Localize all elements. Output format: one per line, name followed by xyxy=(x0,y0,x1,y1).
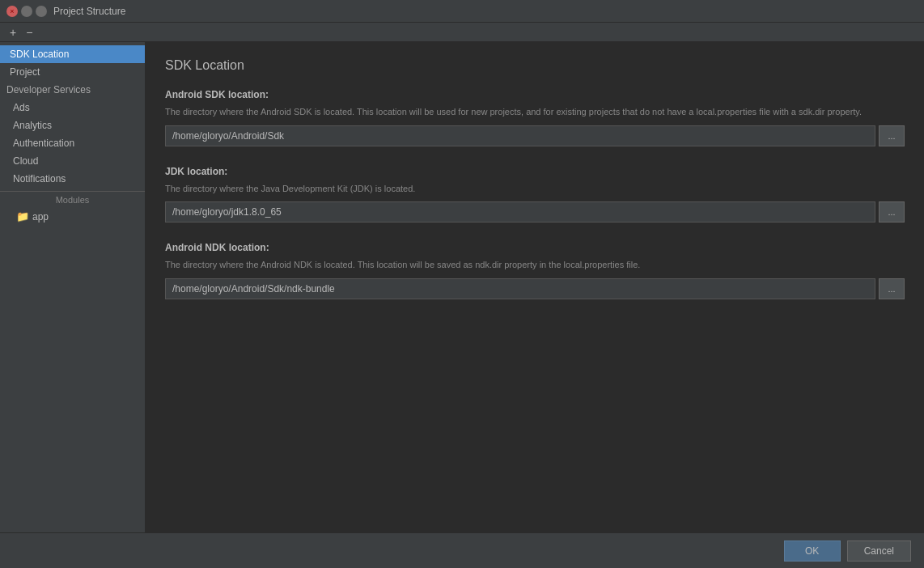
sidebar-item-analytics[interactable]: Analytics xyxy=(0,117,145,134)
bottom-bar: OK Cancel xyxy=(0,532,924,568)
android-ndk-title: Android NDK location: xyxy=(165,242,905,253)
title-bar: × Project Structure xyxy=(0,0,924,23)
jdk-path-input[interactable] xyxy=(165,201,875,223)
sidebar-item-developer-services[interactable]: Developer Services xyxy=(0,81,145,99)
remove-button[interactable]: − xyxy=(23,27,36,38)
content-title: SDK Location xyxy=(165,58,905,73)
ok-button[interactable]: OK xyxy=(784,540,841,562)
jdk-description: The directory where the Java Development… xyxy=(165,182,905,196)
android-sdk-input-row: ... xyxy=(165,125,905,146)
android-ndk-browse-button[interactable]: ... xyxy=(879,278,905,299)
android-sdk-path-input[interactable] xyxy=(165,125,875,146)
maximize-button[interactable] xyxy=(36,6,47,17)
android-ndk-description: The directory where the Android NDK is l… xyxy=(165,258,905,272)
sidebar-item-app[interactable]: 📁 app xyxy=(0,208,145,225)
main-content: SDK Location Project Developer Services … xyxy=(0,42,924,532)
content-panel: SDK Location Android SDK location: The d… xyxy=(146,42,924,532)
toolbar: + − xyxy=(0,23,924,42)
sidebar-item-authentication[interactable]: Authentication xyxy=(0,134,145,152)
folder-icon: 📁 xyxy=(16,210,29,223)
module-app-label: app xyxy=(32,211,49,223)
jdk-section: JDK location: The directory where the Ja… xyxy=(165,166,905,223)
sidebar-item-cloud[interactable]: Cloud xyxy=(0,152,145,170)
android-ndk-path-input[interactable] xyxy=(165,278,875,299)
android-ndk-section: Android NDK location: The directory wher… xyxy=(165,242,905,299)
jdk-browse-button[interactable]: ... xyxy=(879,201,905,223)
modules-label: Modules xyxy=(0,191,145,208)
android-sdk-section: Android SDK location: The directory wher… xyxy=(165,89,905,146)
cancel-button[interactable]: Cancel xyxy=(847,540,911,562)
add-button[interactable]: + xyxy=(6,27,19,38)
sidebar-item-project[interactable]: Project xyxy=(0,63,145,81)
android-sdk-description: The directory where the Android SDK is l… xyxy=(165,105,905,119)
jdk-title: JDK location: xyxy=(165,166,905,177)
jdk-input-row: ... xyxy=(165,201,905,223)
close-button[interactable]: × xyxy=(6,6,18,17)
minimize-button[interactable] xyxy=(21,6,32,17)
window-title: Project Structure xyxy=(53,6,125,17)
android-sdk-browse-button[interactable]: ... xyxy=(879,125,905,146)
sidebar-item-sdk-location[interactable]: SDK Location xyxy=(0,45,145,63)
window-controls[interactable]: × xyxy=(6,6,47,17)
sidebar-item-ads[interactable]: Ads xyxy=(0,99,145,117)
sidebar: SDK Location Project Developer Services … xyxy=(0,42,146,532)
android-ndk-input-row: ... xyxy=(165,278,905,299)
android-sdk-title: Android SDK location: xyxy=(165,89,905,100)
sidebar-item-notifications[interactable]: Notifications xyxy=(0,170,145,188)
